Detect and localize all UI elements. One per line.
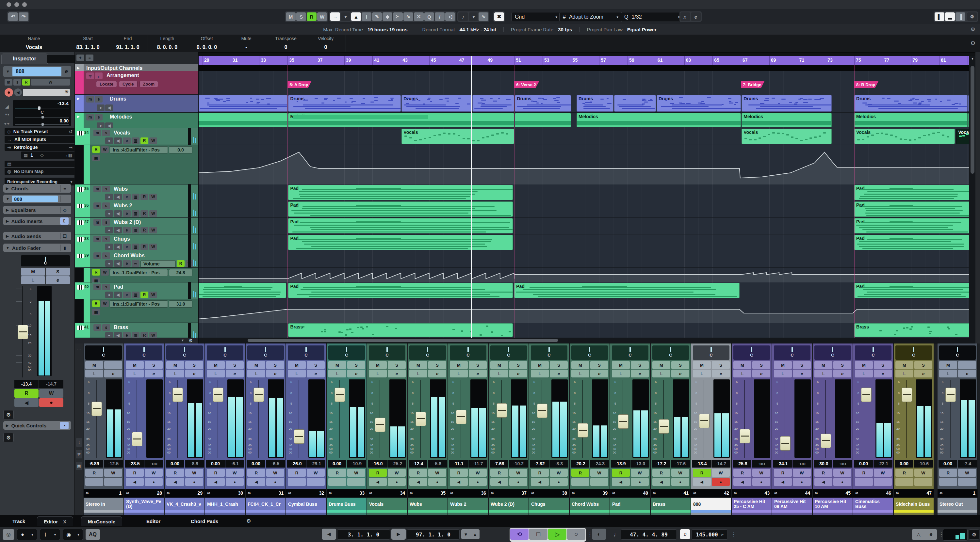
record-button[interactable] [307, 478, 325, 486]
inspector-tab[interactable]: Inspector [1, 54, 48, 64]
edit-button[interactable]: e [958, 370, 976, 377]
info-field-velocity[interactable]: Velocity0 [306, 35, 346, 52]
track-row-wubs2d[interactable]: 37msWubs 2 (D)●◀e▥RW [75, 218, 198, 234]
fader-l-button[interactable]: L [21, 276, 45, 284]
channel-name[interactable]: Chord Wubs [570, 498, 609, 510]
monitor-button[interactable] [288, 478, 306, 486]
listen-button[interactable]: L [85, 370, 103, 377]
fader-handle[interactable] [91, 402, 102, 416]
channel-db-value[interactable]: -28.5 [125, 460, 144, 467]
automation-w-button[interactable]: W [101, 269, 109, 276]
solo-button[interactable]: S [712, 361, 730, 369]
fader-handle[interactable] [18, 325, 28, 339]
solo-button[interactable]: s [102, 130, 110, 136]
monitor-button[interactable]: ◀ [490, 478, 508, 486]
mute-button[interactable]: m [94, 284, 101, 290]
monitor-button[interactable]: ◀ [693, 478, 711, 486]
keys-icon[interactable]: →▥ [64, 153, 73, 158]
fader-handle[interactable] [496, 403, 507, 418]
edit-channel-icon[interactable]: e [123, 292, 130, 298]
zoom-tool[interactable]: Q [424, 13, 434, 21]
channel-name[interactable]: Percussive Hit 25 - C AM [732, 498, 772, 510]
mixer-strip-fc04-ck-1-cr[interactable]: CMSLe605101520304050000.00-6.5RW◀●∞31FC0… [246, 343, 286, 515]
solo-button[interactable]: s [95, 114, 103, 121]
mute-button[interactable]: M [939, 361, 957, 369]
fader-handle[interactable] [456, 410, 466, 424]
record-button[interactable]: ○ [567, 529, 585, 540]
clip-pad[interactable]: Pad [288, 283, 512, 298]
listen-button[interactable]: L [733, 370, 751, 377]
instrument-icon[interactable]: ▥ [132, 137, 140, 144]
inspector-section-audio-inserts[interactable]: ▶Audio Inserts⌷ [3, 217, 71, 225]
record-button[interactable]: ● [631, 478, 649, 486]
monitor-button[interactable] [855, 478, 873, 486]
pan-control[interactable]: C [328, 345, 365, 360]
monitor-button[interactable]: ◀ [815, 478, 832, 486]
edit-channel-icon[interactable]: e [123, 260, 130, 267]
mute-button[interactable]: M [815, 361, 832, 369]
listen-button[interactable]: L [531, 370, 549, 377]
mixer-strip-brass[interactable]: CMSLe60510152030405000-17.2-17.6RW◀●∞41B… [651, 343, 691, 515]
mute-button[interactable]: M [612, 361, 630, 369]
clip-wubs[interactable]: Pad [854, 185, 969, 200]
fader-handle[interactable] [172, 388, 183, 402]
read-button[interactable]: R [612, 469, 630, 477]
track-s-button[interactable]: s [13, 79, 21, 86]
pan-slider-handle[interactable] [41, 116, 44, 119]
channel-db-value[interactable]: -13.4 [692, 460, 711, 467]
dial-icon[interactable]: ◔ [60, 422, 68, 429]
mute-button[interactable]: m [86, 96, 94, 103]
channel-name[interactable]: 808 [691, 498, 731, 510]
write-button[interactable]: W [793, 469, 811, 477]
mixer-strip-wubs-2[interactable]: CMSLe60510152030405000-11.1-11.7RW◀●∞36W… [448, 343, 488, 515]
pan-control[interactable]: C [369, 345, 406, 360]
preroll-button[interactable]: ◐ [592, 529, 606, 540]
write-button[interactable]: W [104, 469, 122, 477]
write-button[interactable]: W [149, 210, 157, 217]
vertical-scrollbar[interactable]: ▼ [969, 56, 976, 343]
zoom-mode-dropdown[interactable]: #Adapt to Zoom▾ [559, 12, 622, 22]
record-icon[interactable]: ● [105, 210, 113, 217]
curve-icon[interactable]: ∿ [479, 13, 488, 21]
iterative-quantize-icon[interactable]: ♬ [681, 13, 690, 21]
pan-control[interactable]: C [612, 345, 648, 360]
record-button[interactable] [914, 478, 932, 486]
edit-button[interactable]: e [914, 370, 932, 377]
write-button[interactable]: W [149, 227, 157, 234]
playhead-position-value[interactable]: 47. 4. 4. 89 [620, 529, 677, 540]
record-icon[interactable]: ● [97, 122, 105, 129]
inspector-section-audio-fader[interactable]: ▼Audio Fader▮ [3, 243, 71, 252]
pan-control[interactable]: C [450, 345, 487, 360]
clip-pad[interactable]: Pad [854, 283, 969, 298]
automation-r-button[interactable]: R [307, 13, 317, 21]
mute-button[interactable]: m [86, 114, 94, 121]
fader-handle[interactable] [945, 388, 956, 402]
pan-control[interactable]: C [855, 345, 891, 360]
monitor-button[interactable]: ◀ [652, 478, 670, 486]
clip-chugs[interactable]: Pad [288, 235, 512, 250]
clip-melodics[interactable]: Melodics [288, 113, 514, 127]
edit-button[interactable]: e [590, 370, 608, 377]
record-icon[interactable]: ● [105, 137, 113, 144]
mute-tool[interactable]: ✕ [414, 13, 424, 21]
stop-button[interactable]: □ [529, 529, 547, 540]
record-button[interactable]: ● [388, 478, 406, 486]
solo-button[interactable]: s [102, 202, 110, 209]
solo-button[interactable]: S [752, 361, 770, 369]
section-icon[interactable]: ≡ [60, 185, 68, 192]
section-icon[interactable]: ☐ [60, 233, 68, 239]
metronome-setup-icon[interactable]: e [929, 532, 932, 537]
mute-button[interactable]: M [328, 361, 346, 369]
aq-button[interactable]: AQ [86, 529, 100, 540]
fader-handle[interactable] [659, 419, 669, 434]
mute-button[interactable]: M [207, 361, 225, 369]
inspector-section-quick-controls[interactable]: ▶Quick Controls◔ [3, 421, 71, 430]
channel-db-value[interactable]: -25.8 [733, 460, 751, 467]
monitor-icon[interactable]: ◀ [105, 122, 113, 129]
vertical-scroll-thumb[interactable] [970, 66, 974, 174]
metronome-icon[interactable]: △ [916, 532, 921, 538]
gear-icon[interactable]: ⚙ [969, 529, 979, 540]
mute-button[interactable]: M [450, 361, 468, 369]
edit-button[interactable]: e [550, 370, 568, 377]
track-visibility-button[interactable]: ≡ [86, 54, 94, 61]
